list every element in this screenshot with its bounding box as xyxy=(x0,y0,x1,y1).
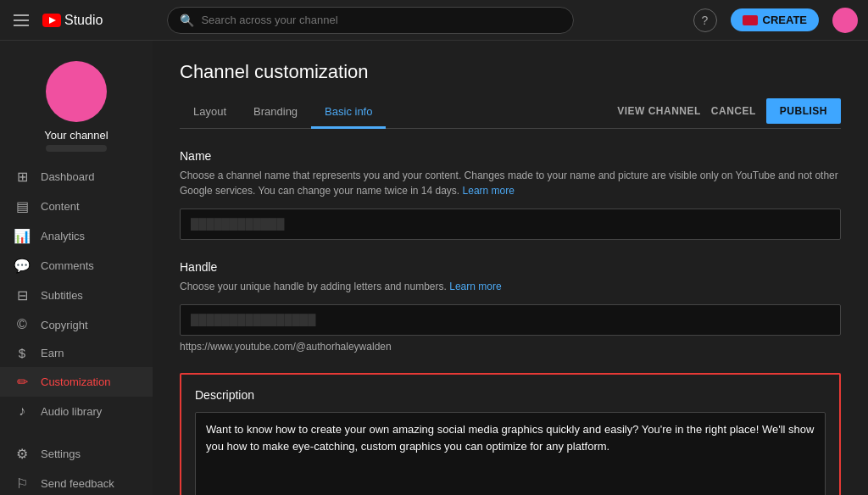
sidebar-item-copyright[interactable]: © Copyright xyxy=(0,310,153,339)
handle-section-desc: Choose your unique handle by adding lett… xyxy=(180,279,841,294)
sidebar-item-settings[interactable]: ⚙ Settings xyxy=(0,439,153,469)
handle-input[interactable] xyxy=(180,304,841,336)
sidebar-item-subtitles[interactable]: ⊟ Subtitles xyxy=(0,281,153,310)
topbar-left: Studio xyxy=(10,11,103,30)
sidebar-label-subtitles: Subtitles xyxy=(41,289,83,302)
content-icon: ▤ xyxy=(14,198,31,214)
avatar[interactable] xyxy=(832,8,858,33)
analytics-icon: 📊 xyxy=(14,228,31,244)
dashboard-icon: ⊞ xyxy=(14,169,31,185)
handle-learn-more-link[interactable]: Learn more xyxy=(449,281,501,292)
customization-icon: ✏ xyxy=(14,374,31,390)
view-channel-button[interactable]: VIEW CHANNEL xyxy=(617,105,701,117)
sidebar-label-analytics: Analytics xyxy=(41,230,85,242)
sidebar-item-content[interactable]: ▤ Content xyxy=(0,192,153,221)
channel-profile: Your channel xyxy=(0,47,153,162)
channel-avatar[interactable] xyxy=(46,61,107,122)
sidebar-label-customization: Customization xyxy=(41,375,110,388)
name-section-title: Name xyxy=(180,149,841,163)
page-title: Channel customization xyxy=(180,61,841,83)
description-section: Description Want to know how to create y… xyxy=(180,373,841,495)
sidebar-item-earn[interactable]: $ Earn xyxy=(0,339,153,367)
youtube-logo-icon xyxy=(42,14,61,27)
topbar-right: ? CREATE xyxy=(693,8,858,33)
create-button[interactable]: CREATE xyxy=(731,8,819,31)
description-textarea[interactable]: Want to know how to create your own amaz… xyxy=(195,412,826,495)
studio-label: Studio xyxy=(64,13,103,28)
name-section: Name Choose a channel name that represen… xyxy=(180,149,841,240)
tabs: Layout Branding Basic info xyxy=(180,97,386,128)
logo[interactable]: Studio xyxy=(42,13,103,28)
feedback-icon: ⚐ xyxy=(14,476,31,492)
description-title: Description xyxy=(195,388,826,402)
sidebar-item-customization[interactable]: ✏ Customization xyxy=(0,367,153,397)
cancel-button[interactable]: CANCEL xyxy=(711,105,756,117)
name-learn-more-link[interactable]: Learn more xyxy=(463,185,515,197)
search-bar[interactable]: 🔍 xyxy=(167,7,574,34)
sidebar-item-send-feedback[interactable]: ⚐ Send feedback xyxy=(0,469,153,495)
audio-library-icon: ♪ xyxy=(14,403,31,419)
search-input[interactable] xyxy=(201,14,561,26)
sidebar: Your channel ⊞ Dashboard ▤ Content 📊 Ana… xyxy=(0,41,153,495)
sidebar-item-dashboard[interactable]: ⊞ Dashboard xyxy=(0,162,153,192)
sidebar-label-content: Content xyxy=(41,200,80,213)
handle-section-title: Handle xyxy=(180,260,841,274)
sidebar-item-comments[interactable]: 💬 Comments xyxy=(0,251,153,281)
tab-layout[interactable]: Layout xyxy=(180,97,240,129)
publish-button[interactable]: PUBLISH xyxy=(766,98,841,124)
sidebar-item-audio-library[interactable]: ♪ Audio library xyxy=(0,397,153,425)
sidebar-label-send-feedback: Send feedback xyxy=(41,477,114,490)
handle-section: Handle Choose your unique handle by addi… xyxy=(180,260,841,353)
sidebar-label-copyright: Copyright xyxy=(41,319,88,331)
subtitles-icon: ⊟ xyxy=(14,287,31,303)
sidebar-label-dashboard: Dashboard xyxy=(41,170,95,183)
settings-icon: ⚙ xyxy=(14,446,31,462)
sidebar-label-earn: Earn xyxy=(41,347,64,359)
earn-icon: $ xyxy=(14,346,31,360)
search-icon: 🔍 xyxy=(180,14,194,27)
sidebar-item-analytics[interactable]: 📊 Analytics xyxy=(0,221,153,251)
create-label: CREATE xyxy=(763,14,807,26)
topbar: Studio 🔍 ? CREATE xyxy=(0,0,868,41)
handle-url-text: https://www.youtube.com/@authorhaleywald… xyxy=(180,341,841,353)
channel-name: Your channel xyxy=(44,129,108,142)
channel-url-bar xyxy=(46,145,107,152)
sidebar-label-audio-library: Audio library xyxy=(41,405,102,418)
tab-branding[interactable]: Branding xyxy=(240,97,311,129)
help-icon: ? xyxy=(702,14,709,27)
help-button[interactable]: ? xyxy=(693,8,717,32)
name-input[interactable] xyxy=(180,209,841,240)
sidebar-label-settings: Settings xyxy=(41,448,81,460)
sidebar-label-comments: Comments xyxy=(41,259,94,272)
comments-icon: 💬 xyxy=(14,258,31,274)
content-area: Channel customization Layout Branding Ba… xyxy=(153,41,868,495)
tab-actions: VIEW CHANNEL CANCEL PUBLISH xyxy=(617,98,841,127)
main-layout: Your channel ⊞ Dashboard ▤ Content 📊 Ana… xyxy=(0,41,868,495)
name-section-desc: Choose a channel name that represents yo… xyxy=(180,168,841,198)
menu-button[interactable] xyxy=(10,11,32,30)
tabs-row: Layout Branding Basic info VIEW CHANNEL … xyxy=(180,97,841,129)
copyright-icon: © xyxy=(14,317,31,332)
flag-icon xyxy=(743,15,758,25)
tab-basic-info[interactable]: Basic info xyxy=(311,97,386,129)
